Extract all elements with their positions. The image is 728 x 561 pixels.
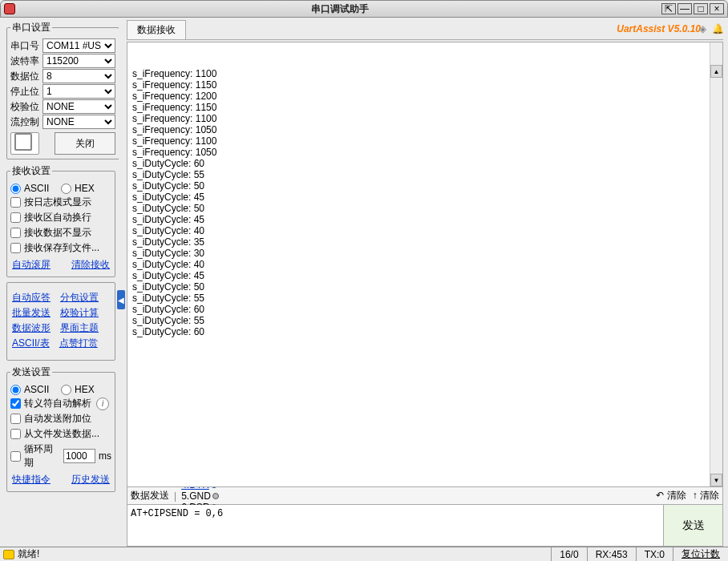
recv-ascii-label: ASCII — [24, 183, 49, 194]
flow-select[interactable]: NONE — [42, 115, 115, 129]
send-from-file-check[interactable] — [10, 429, 21, 439]
send-ascii-radio[interactable] — [10, 385, 21, 395]
recv-opt-1-label: 接收区自动换行 — [24, 211, 91, 224]
label-port: 串口号 — [10, 39, 42, 53]
window-title: 串口调试助手 — [20, 2, 660, 16]
scroll-down-icon[interactable]: ▼ — [710, 474, 722, 486]
shortcut-1-1[interactable]: 校验计算 — [60, 306, 99, 320]
diamond-icon[interactable]: ◈ — [699, 23, 710, 34]
status-count: 16/0 — [551, 547, 586, 561]
recv-opt-3-check[interactable] — [10, 243, 21, 253]
send-box: 发送 — [127, 505, 723, 547]
send-ascii-label: ASCII — [24, 384, 49, 395]
reset-count-link[interactable]: 复位计数 — [673, 547, 728, 561]
bell-icon[interactable]: 🔔 — [712, 23, 723, 34]
shortcut-1-0[interactable]: 批量发送 — [12, 306, 51, 320]
send-from-file-label: 从文件发送数据... — [24, 427, 99, 441]
cycle-unit: ms — [99, 450, 111, 462]
escape-parse-check[interactable] — [10, 398, 21, 409]
recv-opt-3-label: 接收保存到文件... — [24, 241, 99, 255]
shortcut-2-1[interactable]: 界面主题 — [60, 321, 99, 335]
label-parity: 校验位 — [10, 100, 42, 114]
send-hex-radio[interactable] — [61, 385, 71, 395]
stopbits-select[interactable]: 1 — [42, 84, 115, 99]
label-flow: 流控制 — [10, 115, 42, 129]
recv-opt-0-check[interactable] — [10, 197, 21, 208]
baud-select[interactable]: 115200 — [42, 54, 115, 68]
close-port-button[interactable]: 关闭 — [55, 132, 115, 155]
signal-label: 5.GND — [181, 490, 211, 502]
shortcut-3-1[interactable]: 点赞打赏 — [59, 337, 98, 350]
autoscroll-link[interactable]: 自动滚屏 — [12, 258, 51, 272]
status-icon — [3, 550, 14, 559]
label-baud: 波特率 — [10, 54, 42, 68]
recv-settings-legend: 接收设置 — [10, 164, 52, 178]
send-button[interactable]: 发送 — [663, 505, 722, 546]
recv-hex-radio[interactable] — [61, 184, 71, 194]
cycle-input[interactable] — [63, 449, 95, 463]
recv-opt-0-label: 按日志模式显示 — [24, 196, 91, 209]
history-send-link[interactable]: 历史发送 — [71, 473, 110, 486]
auto-append-label: 自动发送附加位 — [24, 412, 91, 426]
data-text: s_iFrequency: 1100 s_iFrequency: 1150 s_… — [132, 68, 718, 337]
clear-send-1[interactable]: ↶ 清除 — [656, 489, 686, 502]
recv-settings-group: 接收设置 ASCII HEX 按日志模式显示接收区自动换行接收数据不显示接收保存… — [6, 164, 115, 277]
port-select[interactable]: COM11 #US — [42, 38, 115, 53]
label-databits: 数据位 — [10, 70, 42, 83]
status-ready: 就绪! — [18, 547, 39, 561]
splitter[interactable]: ◀ — [119, 18, 127, 547]
close-window-button[interactable]: × — [710, 3, 724, 14]
cycle-check[interactable] — [10, 451, 21, 462]
send-settings-legend: 发送设置 — [10, 365, 52, 379]
right-panel: 数据接收 UartAssist V5.0.10 ◈ 🔔 s_iFrequency… — [127, 18, 728, 547]
shortcut-3-0[interactable]: ASCII/表 — [12, 337, 50, 350]
quick-cmd-link[interactable]: 快捷指令 — [12, 473, 51, 486]
send-toolbar-label: 数据发送 — [131, 489, 169, 502]
signal-dot-icon — [212, 493, 219, 499]
left-panel: 串口设置 串口号COM11 #US 波特率115200 数据位8 停止位1 校验… — [0, 18, 119, 547]
shortcut-0-0[interactable]: 自动应答 — [12, 291, 51, 305]
pin-icon[interactable]: ⇱ — [661, 3, 676, 14]
maximize-button[interactable]: □ — [694, 3, 708, 14]
shortcuts-group: 自动应答分包设置批量发送校验计算数据波形界面主题ASCII/表点赞打赏 — [6, 282, 115, 361]
recv-opt-2-label: 接收数据不显示 — [24, 226, 91, 240]
signal-gnd: 5.GND — [181, 490, 219, 502]
escape-parse-label: 转义符自动解析 — [24, 397, 91, 410]
tab-data-recv[interactable]: 数据接收 — [127, 20, 186, 39]
recv-ascii-radio[interactable] — [10, 184, 21, 194]
send-hex-label: HEX — [75, 384, 95, 395]
shortcut-0-1[interactable]: 分包设置 — [60, 291, 99, 305]
auto-append-check[interactable] — [10, 414, 21, 424]
send-textarea[interactable] — [127, 505, 663, 546]
status-bar: 就绪! 16/0 RX:453 TX:0 复位计数 — [0, 547, 728, 561]
port-status-icon[interactable] — [10, 132, 39, 155]
titlebar: 串口调试助手 ⇱ — □ × — [0, 0, 728, 18]
status-tx: TX:0 — [636, 547, 673, 561]
brand-label: UartAssist V5.0.10 — [617, 23, 701, 34]
info-icon[interactable]: i — [96, 398, 109, 410]
recv-opt-1-check[interactable] — [10, 212, 21, 223]
shortcut-2-0[interactable]: 数据波形 — [12, 321, 51, 335]
data-receive-area[interactable]: s_iFrequency: 1100 s_iFrequency: 1150 s_… — [127, 42, 723, 487]
send-settings-group: 发送设置 ASCII HEX 转义符自动解析i 自动发送附加位 从文件发送数据.… — [6, 365, 115, 492]
minimize-button[interactable]: — — [677, 3, 692, 14]
clear-recv-link[interactable]: 清除接收 — [71, 258, 110, 272]
app-icon — [4, 3, 15, 14]
tab-bar: 数据接收 UartAssist V5.0.10 ◈ 🔔 — [127, 21, 723, 40]
label-stopbits: 停止位 — [10, 85, 42, 99]
port-settings-legend: 串口设置 — [10, 21, 52, 34]
recv-hex-label: HEX — [75, 183, 95, 194]
send-toolbar: 数据发送 | 1.DCD 2.RXD 3.TXD 4.DTR 5.GND 6.D… — [127, 487, 723, 505]
collapse-handle-icon[interactable]: ◀ — [117, 290, 125, 309]
port-settings-group: 串口设置 串口号COM11 #US 波特率115200 数据位8 停止位1 校验… — [6, 21, 119, 159]
parity-select[interactable]: NONE — [42, 99, 115, 114]
scrollbar[interactable]: ▲ ▼ — [710, 42, 722, 486]
recv-opt-2-check[interactable] — [10, 228, 21, 238]
databits-select[interactable]: 8 — [42, 69, 115, 83]
cycle-label: 循环周期 — [24, 442, 60, 470]
clear-send-2[interactable]: ↑ 清除 — [693, 489, 719, 502]
status-rx: RX:453 — [587, 547, 636, 561]
